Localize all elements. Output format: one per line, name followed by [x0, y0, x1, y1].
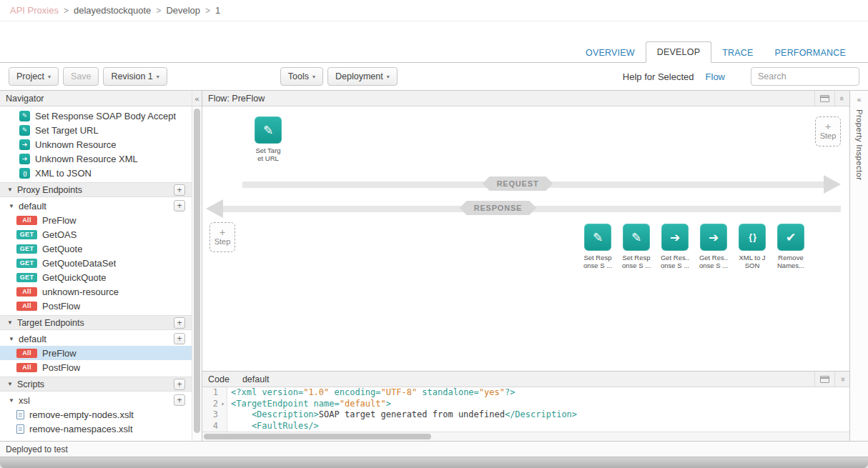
help-group: Help for Selected Flow: [623, 71, 725, 82]
deployment-status-text: Deployed to test: [6, 444, 68, 454]
deployment-button[interactable]: Deployment ▾: [327, 67, 398, 86]
policy-item[interactable]: { }XML to JSON: [0, 166, 192, 180]
code-editor[interactable]: 1<?xml version="1.0" encoding="UTF-8" st…: [202, 387, 849, 432]
group-header[interactable]: ▼xsl+: [0, 393, 192, 407]
code-token: encoding=: [329, 387, 380, 397]
method-badge: GET: [16, 259, 37, 268]
code-token: <?xml: [231, 387, 262, 397]
group-header[interactable]: ▼default+: [0, 199, 192, 213]
endpoint-item[interactable]: remove-namespaces.xslt: [0, 422, 192, 436]
panel-layout-button[interactable]: [814, 372, 834, 387]
breadcrumb-item[interactable]: API Proxies: [10, 5, 59, 16]
line-number: 1: [202, 387, 219, 399]
policy-item[interactable]: ✎Set Response SOAP Body Accept: [0, 109, 192, 123]
caret-down-icon: ▾: [157, 74, 159, 80]
collapse-left-icon: «: [194, 94, 199, 103]
endpoint-item[interactable]: AllPreFlow: [0, 346, 192, 360]
collapse-flow-panel-button[interactable]: «: [834, 91, 849, 106]
tab-develop[interactable]: DEVELOP: [646, 41, 711, 63]
disclosure-triangle-icon: ▼: [9, 203, 14, 209]
add-button[interactable]: +: [174, 184, 185, 196]
fold-icon: [219, 421, 227, 432]
main-area: Navigator ✎Set Response SOAP Body Accept…: [0, 90, 868, 441]
vertical-scrollbar-thumb[interactable]: [194, 109, 200, 433]
add-button[interactable]: +: [174, 379, 185, 390]
revision-button[interactable]: Revision 1 ▾: [103, 67, 167, 86]
endpoint-label: remove-empty-nodes.xslt: [29, 409, 134, 420]
group-header[interactable]: ▼default+: [0, 332, 192, 346]
plus-icon: +: [825, 123, 831, 131]
flow-step[interactable]: ✔RemoveNames...: [774, 224, 808, 269]
add-button[interactable]: +: [174, 394, 185, 406]
line-gutter: 2▾: [202, 399, 227, 410]
help-flow-link[interactable]: Flow: [706, 71, 725, 82]
search-input[interactable]: [751, 67, 859, 86]
section-header[interactable]: ▼Target Endpoints+: [0, 315, 192, 330]
endpoint-item[interactable]: GETGetOAS: [0, 227, 192, 242]
breadcrumb-item[interactable]: Develop: [166, 5, 200, 16]
tools-button[interactable]: Tools ▾: [280, 67, 323, 86]
flow-step[interactable]: { }XML to JSON: [735, 224, 769, 269]
add-step-label: Step: [214, 237, 231, 246]
flow-step[interactable]: ➔Get Res..onse S ...: [658, 224, 692, 269]
pencil-icon: ✎: [19, 111, 30, 121]
save-button[interactable]: Save: [63, 67, 99, 86]
add-step-button[interactable]: + Step: [209, 222, 235, 252]
section-header[interactable]: ▼Proxy Endpoints+: [0, 182, 192, 197]
code-content[interactable]: <FaultRules/>: [227, 421, 319, 432]
app-window: API Proxies>delayedstockquote>Develop>1 …: [0, 0, 868, 468]
flow-step[interactable]: ✎Set Response S ...: [581, 224, 615, 269]
endpoint-item[interactable]: GETGetQuickQuote: [0, 270, 192, 284]
flow-step[interactable]: ✎Set Target URL: [251, 116, 285, 162]
code-token: "yes": [479, 387, 505, 397]
add-button[interactable]: +: [174, 317, 185, 329]
code-content[interactable]: <TargetEndpoint name="default">: [227, 399, 391, 410]
tab-performance[interactable]: PERFORMANCE: [764, 43, 857, 63]
step-label: Set Target URL: [255, 146, 280, 162]
status-bar: Deployed to test: [0, 441, 868, 457]
code-content[interactable]: <Description>SOAP target generated from …: [227, 409, 577, 421]
endpoint-item[interactable]: AllPostFlow: [0, 360, 192, 374]
step-label: Set Response S ...: [583, 254, 612, 269]
tab-trace[interactable]: TRACE: [711, 43, 764, 63]
breadcrumb-item[interactable]: delayedstockquote: [74, 5, 151, 16]
panel-layout-icon: [820, 95, 829, 102]
breadcrumb-separator: >: [156, 6, 161, 16]
response-arrow-icon: [206, 199, 223, 218]
endpoint-item[interactable]: GETGetQuote: [0, 242, 192, 256]
endpoint-item[interactable]: GETGetQuoteDataSet: [0, 256, 192, 270]
fold-icon[interactable]: ▾: [219, 399, 227, 410]
section-header[interactable]: ▼Scripts+: [0, 377, 192, 392]
file-icon: [16, 410, 24, 419]
add-step-button[interactable]: + Step: [815, 116, 841, 146]
add-button[interactable]: +: [174, 333, 185, 344]
navigator-list: ✎Set Response SOAP Body Accept✎Set Targe…: [0, 106, 192, 441]
project-button[interactable]: Project ▾: [9, 67, 59, 86]
tab-overview[interactable]: OVERVIEW: [575, 43, 646, 63]
fold-icon: [219, 409, 227, 421]
revision-button-label: Revision 1: [111, 71, 152, 81]
panel-layout-button[interactable]: [814, 91, 834, 106]
policy-item[interactable]: ➔Unknown Resource: [0, 137, 192, 151]
endpoint-item[interactable]: Allunknown-resource: [0, 284, 192, 299]
expand-property-inspector-button[interactable]: «: [857, 95, 861, 104]
endpoint-item[interactable]: AllPreFlow: [0, 213, 192, 227]
flow-step[interactable]: ✎Set Response S ...: [619, 224, 654, 269]
collapse-navigator-button[interactable]: «: [192, 91, 202, 106]
endpoint-item[interactable]: AllPostFlow: [0, 299, 192, 313]
policy-item[interactable]: ✎Set Target URL: [0, 123, 192, 137]
navigator-panel: Navigator ✎Set Response SOAP Body Accept…: [0, 91, 192, 441]
code-tab-default[interactable]: default: [242, 374, 814, 384]
endpoint-item[interactable]: remove-empty-nodes.xslt: [0, 407, 192, 422]
breadcrumb-item[interactable]: 1: [215, 5, 220, 16]
policy-item[interactable]: ➔Unknown Resource XML: [0, 151, 192, 166]
add-button[interactable]: +: [174, 200, 185, 211]
collapse-code-panel-button[interactable]: «: [834, 372, 849, 387]
collapse-down-icon: «: [838, 377, 847, 381]
flow-step[interactable]: ➔Get Res..onse S ...: [696, 224, 731, 269]
code-token: "UTF-8": [381, 387, 418, 397]
code-content[interactable]: <?xml version="1.0" encoding="UTF-8" sta…: [227, 387, 515, 399]
code-token: "1.0": [303, 387, 329, 397]
code-token: standalone=: [417, 387, 479, 397]
horizontal-scrollbar-thumb[interactable]: [204, 434, 431, 439]
